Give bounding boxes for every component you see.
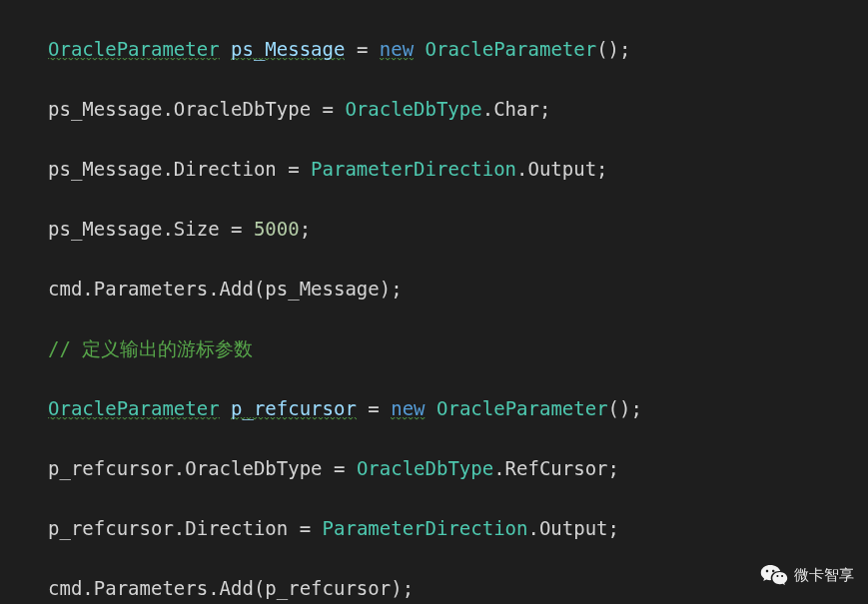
type-token: OracleDbType: [345, 98, 481, 120]
code-line: // 定义输出的游标参数: [48, 333, 868, 363]
watermark-text: 微卡智享: [794, 560, 854, 590]
punct: );: [391, 577, 414, 599]
var: cmd: [48, 577, 82, 599]
type-token: ParameterDirection: [311, 158, 516, 180]
comment: // 定义输出的游标参数: [48, 337, 253, 359]
type-token: OracleParameter: [48, 38, 220, 61]
code-line: OracleParameter ps_Message = new OracleP…: [48, 34, 868, 64]
watermark: 微卡智享: [760, 560, 854, 590]
text: .Parameters.Add(: [82, 278, 265, 300]
code-editor[interactable]: OracleParameter ps_Message = new OracleP…: [0, 0, 868, 604]
arg: ps_Message: [265, 278, 379, 300]
code-line: p_refcursor.OracleDbType = OracleDbType.…: [48, 453, 868, 483]
text: .Parameters.Add(: [82, 577, 265, 599]
punct: ;: [300, 218, 311, 240]
text: .Direction =: [174, 517, 323, 539]
arg: p_refcursor: [265, 577, 391, 599]
op: =: [357, 397, 391, 419]
code-line: ps_Message.OracleDbType = OracleDbType.C…: [48, 94, 868, 124]
type-token: OracleParameter: [436, 397, 608, 419]
punct: ();: [608, 397, 642, 419]
type-token: OracleParameter: [48, 397, 220, 420]
var: ps_Message: [48, 158, 162, 180]
punct: );: [380, 278, 403, 300]
code-line: OracleParameter p_refcursor = new Oracle…: [48, 393, 868, 423]
code-line: ps_Message.Size = 5000;: [48, 214, 868, 244]
var: p_refcursor: [48, 517, 174, 539]
var: ps_Message: [48, 218, 162, 240]
var: p_refcursor: [48, 457, 174, 479]
text: .RefCursor;: [493, 457, 619, 479]
code-line: cmd.Parameters.Add(ps_Message);: [48, 274, 868, 303]
number: 5000: [254, 218, 300, 240]
keyword-new: new: [391, 397, 425, 420]
code-line: ps_Message.Direction = ParameterDirectio…: [48, 154, 868, 184]
text: .Output;: [527, 517, 619, 539]
code-line: cmd.Parameters.Add(p_refcursor);: [48, 573, 868, 603]
keyword-new: new: [380, 38, 414, 61]
var-decl: p_refcursor: [231, 397, 357, 420]
text: .Direction =: [162, 158, 311, 180]
punct: ();: [596, 38, 630, 60]
code-line: p_refcursor.Direction = ParameterDirecti…: [48, 513, 868, 543]
var-decl: ps_Message: [231, 38, 345, 61]
text: .Char;: [482, 98, 551, 120]
type-token: OracleParameter: [426, 38, 597, 60]
type-token: ParameterDirection: [323, 517, 528, 539]
wechat-icon: [760, 563, 788, 587]
text: .OracleDbType =: [174, 457, 357, 479]
type-token: OracleDbType: [357, 457, 493, 479]
text: .Size =: [162, 218, 254, 240]
var: ps_Message: [48, 98, 162, 120]
var: cmd: [48, 278, 82, 300]
op: =: [345, 38, 379, 60]
text: .OracleDbType =: [162, 98, 345, 120]
text: .Output;: [516, 158, 608, 180]
